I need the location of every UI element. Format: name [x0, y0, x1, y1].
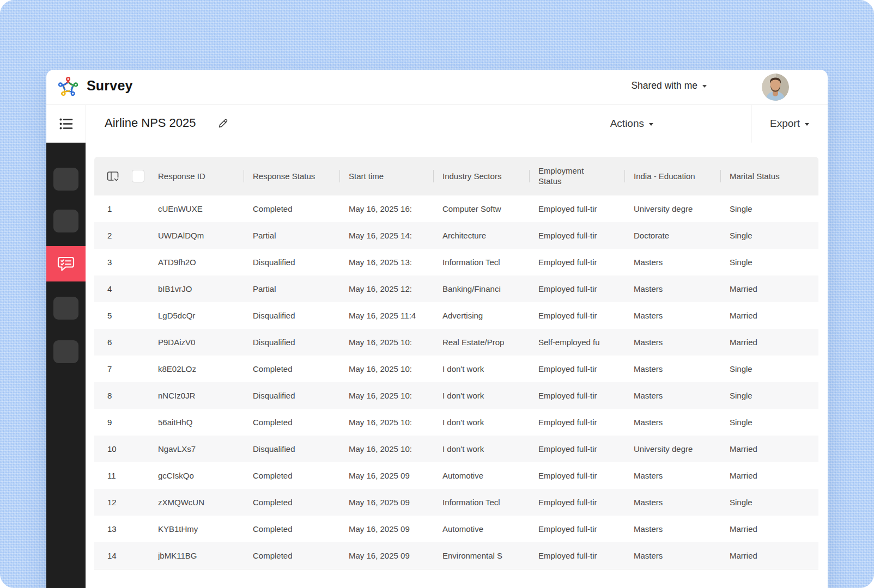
cell-marital-status: Single	[720, 364, 818, 373]
cell-start-time: May 16, 2025 13:	[339, 258, 433, 267]
row-number: 12	[94, 498, 158, 507]
cell-response-id: k8E02LOz	[158, 364, 244, 373]
cell-response-id: jbMK11BG	[158, 551, 244, 560]
top-bar: Survey Shared with me	[46, 70, 828, 105]
row-number: 9	[94, 418, 158, 427]
row-number: 1	[94, 204, 158, 213]
sidebar-item-responses-active[interactable]	[46, 246, 86, 281]
cell-response-status: Disqualified	[244, 338, 339, 347]
table-row[interactable]: 1 cUEnWUXE Completed May 16, 2025 16: Co…	[94, 195, 818, 222]
cell-industry-sectors: I don't work	[433, 418, 529, 427]
cell-marital-status: Single	[720, 498, 818, 507]
cell-start-time: May 16, 2025 09	[339, 471, 433, 480]
sidebar-item-1[interactable]	[53, 168, 78, 191]
cell-response-id: ATD9fh2O	[158, 258, 244, 267]
column-header-start-time[interactable]: Start time	[339, 157, 433, 195]
cell-marital-status: Married	[720, 524, 818, 534]
cell-industry-sectors: Computer Softw	[433, 204, 529, 213]
table-row[interactable]: 13 KYB1tHmy Completed May 16, 2025 09 Au…	[94, 516, 818, 542]
cell-india-education: Doctorate	[624, 231, 720, 240]
table-row[interactable]: 8 nNCIz0JR Disqualified May 16, 2025 10:…	[94, 382, 818, 409]
cell-marital-status: Single	[720, 418, 818, 427]
cell-india-education: University degre	[624, 444, 720, 454]
column-manager-icon[interactable]	[106, 169, 120, 183]
table-header-select-cell	[94, 157, 158, 195]
column-header-india-education[interactable]: India - Education	[624, 157, 720, 195]
table-row[interactable]: 5 LgD5dcQr Disqualified May 16, 2025 11:…	[94, 302, 818, 329]
cell-start-time: May 16, 2025 10:	[339, 418, 433, 427]
sidebar-item-2[interactable]	[53, 210, 78, 232]
actions-dropdown-button[interactable]: Actions	[610, 105, 653, 143]
cell-response-id: zXMQWcUN	[158, 498, 244, 507]
chevron-down-icon	[702, 85, 707, 88]
table-row[interactable]: 3 ATD9fh2O Disqualified May 16, 2025 13:…	[94, 249, 818, 275]
table-row[interactable]: 2 UWDAlDQm Partial May 16, 2025 14: Arch…	[94, 222, 818, 249]
cell-industry-sectors: Information Tecl	[433, 498, 529, 507]
cell-response-status: Partial	[244, 231, 339, 240]
column-header-response-id[interactable]: Response ID	[158, 157, 244, 195]
row-number: 7	[94, 364, 158, 373]
row-number: 13	[94, 524, 158, 534]
cell-start-time: May 16, 2025 09	[339, 524, 433, 534]
select-all-checkbox[interactable]	[132, 170, 144, 182]
cell-india-education: Masters	[624, 471, 720, 480]
cell-response-id: KYB1tHmy	[158, 524, 244, 534]
cell-response-status: Partial	[244, 284, 339, 293]
user-avatar[interactable]	[762, 74, 789, 101]
cell-employment-status: Employed full-tir	[529, 551, 624, 560]
cell-response-status: Completed	[244, 524, 339, 534]
cell-response-status: Disqualified	[244, 311, 339, 320]
row-number: 14	[94, 551, 158, 560]
column-header-marital-status[interactable]: Marital Status	[720, 157, 818, 195]
cell-response-id: P9DAizV0	[158, 338, 244, 347]
cell-marital-status: Married	[720, 551, 818, 560]
cell-marital-status: Married	[720, 284, 818, 293]
cell-marital-status: Single	[720, 231, 818, 240]
cell-employment-status: Employed full-tir	[529, 444, 624, 454]
column-header-response-status[interactable]: Response Status	[244, 157, 339, 195]
responses-bubble-checklist-icon	[57, 255, 75, 273]
cell-industry-sectors: Automotive	[433, 524, 529, 534]
cell-response-status: Completed	[244, 498, 339, 507]
table-row[interactable]: 12 zXMQWcUN Completed May 16, 2025 09 In…	[94, 489, 818, 516]
column-header-employment-status[interactable]: Employment Status	[529, 157, 624, 195]
cell-employment-status: Employed full-tir	[529, 498, 624, 507]
survey-title: Airline NPS 2025	[105, 116, 196, 130]
edit-title-pencil-icon[interactable]	[217, 118, 229, 130]
cell-response-id: bIB1vrJO	[158, 284, 244, 293]
table-row[interactable]: 9 56aitHhQ Completed May 16, 2025 10: I …	[94, 409, 818, 436]
shared-with-me-dropdown[interactable]: Shared with me	[631, 80, 707, 91]
cell-start-time: May 16, 2025 16:	[339, 204, 433, 213]
chevron-down-icon	[649, 123, 653, 126]
sidebar-item-5[interactable]	[53, 340, 78, 363]
table-row[interactable]: 6 P9DAizV0 Disqualified May 16, 2025 10:…	[94, 329, 818, 356]
left-sidebar	[46, 143, 86, 588]
cell-response-status: Disqualified	[244, 258, 339, 267]
cell-start-time: May 16, 2025 10:	[339, 364, 433, 373]
cell-marital-status: Married	[720, 471, 818, 480]
survey-list-menu-button[interactable]	[46, 105, 86, 143]
column-header-industry-sectors[interactable]: Industry Sectors	[433, 157, 529, 195]
table-row[interactable]: 10 NgavLXs7 Disqualified May 16, 2025 10…	[94, 436, 818, 462]
table-row[interactable]: 11 gcCIskQo Completed May 16, 2025 09 Au…	[94, 462, 818, 489]
export-dropdown-button[interactable]: Export	[751, 105, 828, 143]
cell-industry-sectors: Architecture	[433, 231, 529, 240]
cell-industry-sectors: Information Tecl	[433, 258, 529, 267]
cell-india-education: Masters	[624, 498, 720, 507]
row-number: 11	[94, 471, 158, 480]
sidebar-item-4[interactable]	[53, 297, 78, 320]
cell-marital-status: Single	[720, 391, 818, 400]
cell-start-time: May 16, 2025 09	[339, 551, 433, 560]
table-row[interactable]: 7 k8E02LOz Completed May 16, 2025 10: I …	[94, 356, 818, 382]
table-row[interactable]: 14 jbMK11BG Completed May 16, 2025 09 En…	[94, 542, 818, 569]
cell-india-education: Masters	[624, 551, 720, 560]
app-title: Survey	[87, 78, 133, 94]
cell-industry-sectors: Automotive	[433, 471, 529, 480]
cell-response-status: Completed	[244, 551, 339, 560]
cell-india-education: Masters	[624, 311, 720, 320]
table-row[interactable]: 4 bIB1vrJO Partial May 16, 2025 12: Bank…	[94, 275, 818, 302]
cell-industry-sectors: Real Estate/Prop	[433, 338, 529, 347]
cell-industry-sectors: I don't work	[433, 364, 529, 373]
responses-table: Response ID Response Status Start time I…	[94, 157, 818, 569]
row-number: 3	[94, 258, 158, 267]
